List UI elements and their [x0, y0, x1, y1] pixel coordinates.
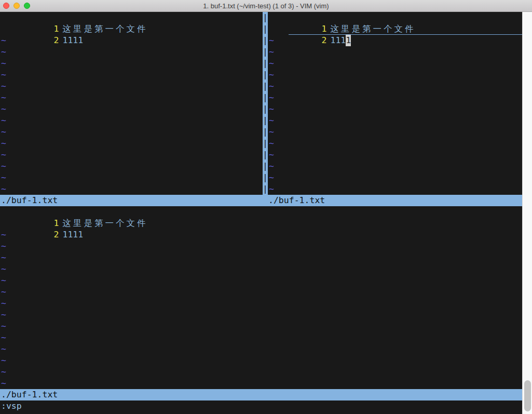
tilde-row: ~ — [268, 115, 522, 126]
tilde-row: ~ — [0, 172, 263, 183]
tilde-row: ~ — [268, 46, 522, 58]
separator-glyph: | — [263, 126, 268, 138]
line-text: 1111 — [62, 230, 83, 239]
tilde-row: ~ — [0, 58, 263, 69]
separator-glyph: | — [263, 35, 268, 46]
tilde-row: ~ — [0, 286, 522, 298]
tilde-row: ~ — [0, 81, 263, 92]
tilde-column: ~~~~~~~~~~~~~~ — [0, 35, 263, 195]
tilde-row: ~ — [0, 115, 263, 126]
line-number: 1 — [309, 23, 326, 35]
macvim-window: 1. buf-1.txt (~/vim-test) (1 of 3) - VIM… — [0, 0, 532, 414]
tilde-row: ~ — [0, 126, 263, 138]
tilde-row: ~ — [0, 103, 263, 115]
separator-glyph: | — [263, 81, 268, 92]
pane-top-left[interactable]: 1这里是第一个文件 21111 ~~~~~~~~~~~~~~ — [0, 12, 263, 195]
tilde-row: ~ — [0, 183, 263, 195]
tilde-row: ~ — [0, 149, 263, 161]
line-text: 1111 — [62, 35, 83, 45]
tilde-row: ~ — [268, 81, 522, 92]
tilde-row: ~ — [0, 378, 522, 389]
separator-glyph: | — [263, 161, 268, 172]
tilde-row: ~ — [0, 309, 522, 320]
tilde-row: ~ — [0, 320, 522, 332]
separator-glyph: | — [263, 69, 268, 81]
separator-glyph: | — [263, 46, 268, 58]
command-line[interactable]: :vsp — [1, 400, 22, 414]
line-text: 这里是第一个文件 — [330, 24, 415, 34]
tilde-row: ~ — [0, 332, 522, 343]
tilde-row: ~ — [268, 126, 522, 138]
tilde-row: ~ — [0, 343, 522, 355]
separator-glyph: | — [263, 138, 268, 149]
tilde-row: ~ — [268, 58, 522, 69]
tilde-row: ~ — [268, 183, 522, 195]
tilde-row: ~ — [268, 172, 522, 183]
tilde-row: ~ — [268, 149, 522, 161]
tilde-column: ~~~~~~~~~~~~~~ — [268, 35, 522, 195]
tilde-row: ~ — [0, 92, 263, 103]
cursorline-underline — [289, 34, 522, 35]
scrollbar-thumb[interactable] — [524, 380, 531, 411]
tilde-row: ~ — [0, 252, 522, 263]
buffer-line: 1这里是第一个文件 — [0, 206, 522, 218]
buffer-line: 1这里是第一个文件 — [268, 12, 522, 23]
separator-glyph: | — [263, 58, 268, 69]
tilde-row: ~ — [0, 366, 522, 378]
tilde-row: ~ — [0, 46, 263, 58]
tilde-row: ~ — [0, 161, 263, 172]
vim-editor: 1这里是第一个文件 21111 ~~~~~~~~~~~~~~ |||||||||… — [0, 12, 522, 414]
separator-glyph: | — [263, 23, 268, 35]
tilde-row: ~ — [0, 298, 522, 309]
separator-glyph: | — [263, 92, 268, 103]
buffer-line: 1这里是第一个文件 — [0, 12, 263, 23]
vim-cursor: 1 — [346, 35, 351, 46]
statusline-bottom[interactable]: ./buf-1.txt — [0, 389, 522, 400]
separator-glyph: | — [263, 149, 268, 161]
status-filename-left: ./buf-1.txt — [1, 195, 58, 206]
tilde-row: ~ — [268, 69, 522, 81]
line-text: 这里是第一个文件 — [62, 218, 147, 228]
line-text: 111 — [330, 35, 346, 45]
tilde-row: ~ — [0, 263, 522, 275]
tilde-row: ~ — [0, 241, 522, 252]
status-filename: ./buf-1.txt — [1, 389, 58, 400]
tilde-row: ~ — [268, 92, 522, 103]
line-text: 这里是第一个文件 — [62, 24, 147, 34]
tilde-row: ~ — [268, 103, 522, 115]
tilde-row: ~ — [0, 69, 263, 81]
tilde-row: ~ — [0, 355, 522, 366]
statusline-top[interactable]: ./buf-1.txt ./buf-1.txt — [0, 195, 522, 206]
separator-glyph: | — [263, 183, 268, 195]
line-number: 2 — [41, 35, 59, 46]
line-number: 2 — [309, 35, 326, 46]
tilde-row: ~ — [0, 275, 522, 286]
separator-glyph: | — [263, 103, 268, 115]
window-title: 1. buf-1.txt (~/vim-test) (1 of 3) - VIM… — [0, 0, 532, 12]
pane-top-right[interactable]: 1这里是第一个文件 21111 ~~~~~~~~~~~~~~ — [268, 12, 522, 195]
vertical-split-separator[interactable]: |||||||||||||||| — [263, 12, 268, 195]
titlebar[interactable]: 1. buf-1.txt (~/vim-test) (1 of 3) - VIM… — [0, 0, 532, 12]
status-filename-right: ./buf-1.txt — [268, 195, 325, 206]
line-number: 2 — [41, 229, 59, 241]
tilde-column: ~~~~~~~~~~~~~~ — [0, 229, 522, 389]
line-number: 1 — [41, 218, 59, 229]
pane-bottom[interactable]: 1这里是第一个文件 21111 ~~~~~~~~~~~~~~ — [0, 206, 522, 389]
separator-glyph: | — [263, 172, 268, 183]
separator-glyph: | — [263, 115, 268, 126]
tilde-row: ~ — [268, 161, 522, 172]
line-number: 1 — [41, 23, 59, 35]
tilde-row: ~ — [0, 138, 263, 149]
tilde-row: ~ — [268, 138, 522, 149]
scrollbar[interactable] — [522, 12, 532, 414]
separator-glyph: | — [263, 12, 268, 23]
